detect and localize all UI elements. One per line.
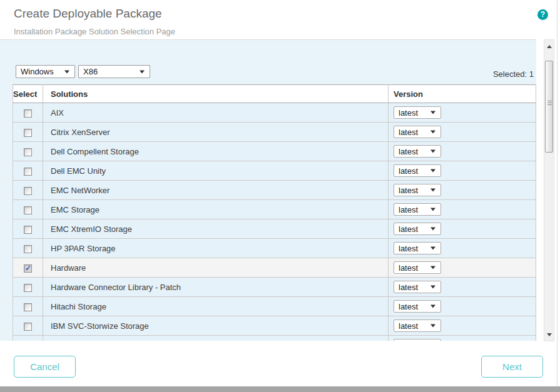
solution-name: Dell EMC Unity: [43, 161, 389, 181]
version-cell: latest: [389, 161, 536, 181]
chevron-down-icon: [430, 208, 435, 211]
version-cell: latest: [389, 142, 536, 161]
version-cell: latest: [389, 200, 536, 219]
version-select[interactable]: latest: [394, 126, 441, 138]
scroll-up-button[interactable]: [544, 41, 554, 51]
solution-name: Hardware Connector Library - Patch: [43, 278, 389, 297]
scroll-up-icon: [547, 45, 552, 48]
cancel-button[interactable]: Cancel: [14, 356, 76, 378]
os-select[interactable]: Windows: [16, 65, 75, 78]
select-cell: [13, 278, 43, 297]
table-row: Hitachi Storagelatest: [13, 297, 536, 316]
select-cell: [13, 297, 43, 316]
checkbox[interactable]: [24, 148, 32, 156]
version-cell: latest: [389, 123, 536, 142]
table-row: EMC XtremIO Storagelatest: [13, 219, 536, 239]
table-row: AIXlatest: [13, 103, 536, 123]
checkbox-checked[interactable]: [24, 264, 32, 273]
version-select[interactable]: latest: [394, 145, 441, 158]
version-select[interactable]: latest: [394, 106, 441, 119]
version-select-value: latest: [399, 224, 418, 234]
architecture-select[interactable]: X86: [78, 65, 150, 78]
column-header-version: Version: [389, 85, 536, 103]
select-cell: [13, 239, 43, 258]
solution-name: LightWeight Technology: [43, 336, 389, 341]
version-cell: latest: [389, 278, 536, 297]
os-select-value: Windows: [21, 67, 54, 76]
table-row: IBM SVC-Storwize Storagelatest: [13, 316, 536, 336]
checkbox[interactable]: [24, 206, 32, 214]
version-select[interactable]: latest: [394, 300, 441, 313]
chevron-down-icon: [430, 189, 435, 192]
version-select[interactable]: latest: [394, 184, 441, 196]
select-cell: [13, 161, 43, 181]
checkbox[interactable]: [24, 323, 32, 331]
next-button[interactable]: Next: [481, 356, 543, 378]
checkbox[interactable]: [24, 284, 32, 292]
version-cell: latest: [389, 316, 536, 336]
version-select[interactable]: latest: [394, 203, 441, 216]
chevron-down-icon: [430, 324, 435, 328]
checkbox[interactable]: [24, 226, 32, 234]
solution-name: Dell Compellent Storage: [43, 142, 389, 161]
version-select[interactable]: latest: [394, 261, 441, 274]
version-select-value: latest: [399, 302, 418, 311]
checkbox[interactable]: [24, 168, 32, 176]
version-select[interactable]: latest: [394, 281, 441, 293]
version-select[interactable]: latest: [394, 223, 441, 235]
checkbox[interactable]: [24, 109, 32, 118]
solution-name: EMC XtremIO Storage: [43, 219, 389, 239]
version-select[interactable]: latest: [394, 319, 441, 332]
version-cell: latest: [389, 103, 536, 123]
version-select[interactable]: latest: [394, 242, 441, 254]
chevron-down-icon: [430, 228, 435, 231]
chevron-down-icon: [64, 70, 69, 73]
checkbox[interactable]: [24, 187, 32, 195]
version-select-value: latest: [399, 263, 418, 273]
scroll-down-button[interactable]: [544, 329, 554, 339]
table-row: HP 3PAR Storagelatest: [13, 239, 536, 258]
select-cell: [13, 219, 43, 239]
chevron-down-icon: [140, 70, 145, 73]
chevron-down-icon: [430, 131, 435, 134]
version-select-value: latest: [399, 321, 418, 331]
solutions-table: Select Solutions Version AIXlatestCitrix…: [13, 84, 536, 341]
version-cell: latest: [389, 258, 536, 278]
solution-name: EMC Storage: [43, 200, 389, 219]
select-cell: [13, 123, 43, 142]
version-select-value: latest: [399, 128, 418, 137]
table-row: LightWeight Technologylatest: [13, 336, 536, 341]
select-cell: [13, 258, 43, 278]
chevron-down-icon: [430, 286, 435, 289]
chevron-down-icon: [430, 169, 435, 173]
version-cell: latest: [389, 336, 536, 341]
version-select[interactable]: latest: [394, 339, 441, 341]
select-cell: [13, 142, 43, 161]
scroll-down-icon: [547, 333, 552, 336]
version-cell: latest: [389, 239, 536, 258]
table-row: Dell EMC Unitylatest: [13, 161, 536, 181]
solution-name: IBM SVC-Storwize Storage: [43, 316, 389, 336]
chevron-down-icon: [430, 111, 435, 114]
solution-selection-panel: Windows X86 Selected: 1 Select Solutions…: [0, 39, 536, 341]
select-cell: [13, 103, 43, 123]
table-row: Citrix XenServerlatest: [13, 123, 536, 142]
window-edge-divider: [557, 0, 557, 392]
checkbox[interactable]: [24, 129, 32, 137]
version-select-value: latest: [399, 205, 418, 214]
version-select-value: latest: [399, 283, 418, 292]
version-select[interactable]: latest: [394, 164, 441, 177]
chevron-down-icon: [430, 150, 435, 153]
select-cell: [13, 316, 43, 336]
solution-name: Hardware: [43, 258, 389, 278]
solution-name: Citrix XenServer: [43, 123, 389, 142]
solution-name: HP 3PAR Storage: [43, 239, 389, 258]
select-cell: [13, 200, 43, 219]
vertical-scrollbar[interactable]: [544, 39, 554, 341]
checkbox[interactable]: [24, 303, 32, 311]
table-row: Dell Compellent Storagelatest: [13, 142, 536, 161]
checkbox[interactable]: [24, 245, 32, 253]
help-icon[interactable]: ?: [537, 9, 548, 20]
scrollbar-thumb[interactable]: [545, 61, 553, 153]
version-select-value: latest: [399, 186, 418, 195]
